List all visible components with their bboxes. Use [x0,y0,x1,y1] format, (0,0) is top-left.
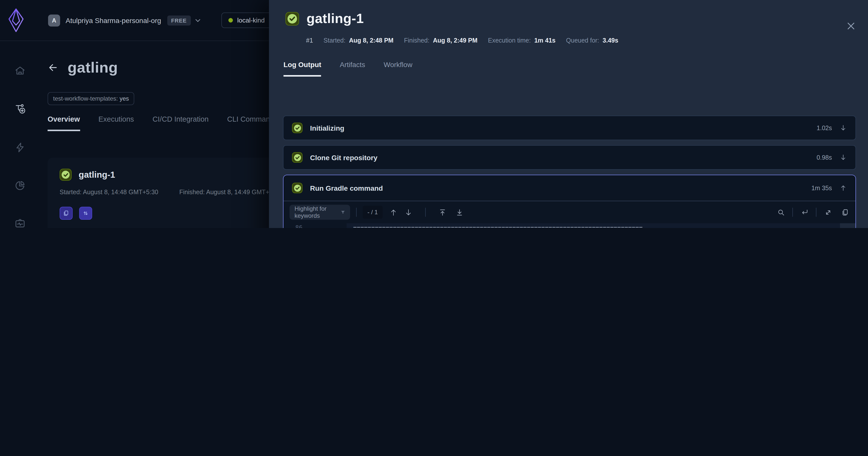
org-avatar[interactable]: A [48,14,60,26]
status-success-icon [292,152,303,163]
status-success-icon [60,169,72,181]
match-counter: - / 1 [363,206,383,219]
meta-value: Aug 8, 2:48 PM [349,37,394,44]
keyword-filter-input[interactable]: Highlight for keywords [289,205,350,220]
tab-executions[interactable]: Executions [98,115,134,131]
log-lines-code: ========================================… [347,223,840,228]
env-status-dot [228,18,232,23]
status-success-icon [292,183,303,193]
meta-label: Finished: [404,37,429,44]
step-header[interactable]: Run Gradle command 1m 35s [283,175,856,201]
expand-down-icon[interactable] [839,154,847,161]
step-duration: 0.98s [817,154,832,161]
sidebar-nav [0,41,40,228]
back-arrow-icon[interactable] [48,62,59,73]
run-started: Started: August 8, 14:48 GMT+5:30 [60,189,158,196]
word-wrap-icon[interactable] [800,208,809,217]
workflows-add-icon[interactable] [14,103,26,115]
app-logo-icon[interactable] [8,8,24,33]
log-lines-gutter: 8687888990919293949596979899100101102103… [283,223,347,228]
step-label: Clone Git repository [310,154,377,161]
scroll-to-bottom-icon[interactable] [455,208,464,217]
step-run-gradle-command: Run Gradle command 1m 35s Highlight for … [283,175,856,228]
next-match-icon[interactable] [404,208,413,217]
workflow-tabs: Overview Executions CI/CD Integration CL… [48,115,277,131]
status-success-icon [292,123,303,133]
log-output[interactable]: 8687888990919293949596979899100101102103… [283,223,856,228]
meta-value: Aug 8, 2:49 PM [433,37,477,44]
org-name[interactable]: Atulpriya Sharma-personal-org [66,16,161,24]
meta-value: 1m 41s [534,37,555,44]
meta-label: Queued for: [566,37,599,44]
step-duration: 1m 35s [811,185,832,192]
status-success-icon [285,12,299,26]
step-label: Run Gradle command [310,184,383,192]
meta-label: Started: [323,37,346,44]
plan-badge: FREE [167,15,191,25]
log-toolbar: Highlight for keywords - / 1 [283,201,856,223]
meta-label: Execution time: [488,37,531,44]
collapse-up-icon[interactable] [839,184,847,192]
home-icon[interactable] [14,65,26,77]
funnel-icon [340,209,345,215]
search-icon[interactable] [777,208,785,217]
run-number: #1 [306,37,313,44]
close-icon[interactable] [846,21,856,31]
execution-detail-panel: gatling-1 #1 Started: Aug 8, 2:48 PM Fin… [269,0,868,228]
tab-artifacts[interactable]: Artifacts [340,61,365,76]
detail-tabs: Log Output Artifacts Workflow [283,61,868,76]
execution-meta: #1 Started: Aug 8, 2:48 PM Finished: Aug… [306,37,868,44]
run-title[interactable]: gatling-1 [79,169,115,180]
copy-manifest-button[interactable] [60,207,73,220]
step-initializing[interactable]: Initializing 1.02s [283,116,856,140]
scroll-to-top-icon[interactable] [438,208,447,217]
step-duration: 1.02s [817,124,832,131]
tab-workflow[interactable]: Workflow [384,61,412,76]
meta-value: 3.49s [602,37,618,44]
steps-list: Initializing 1.02s Clone Git repository … [283,116,856,228]
rerun-swap-button[interactable] [79,207,92,220]
chevron-down-icon[interactable] [195,19,200,22]
tab-log-output[interactable]: Log Output [283,61,321,76]
pie-chart-icon[interactable] [14,180,26,192]
tab-overview[interactable]: Overview [48,115,80,131]
run-finished: Finished: August 8, 14:49 GMT+5:30 [179,189,281,196]
execution-title: gatling-1 [307,11,364,27]
page-title: gatling [68,59,118,76]
step-label: Initializing [310,124,344,132]
fullscreen-expand-icon[interactable] [824,208,832,217]
step-clone-git-repository[interactable]: Clone Git repository 0.98s [283,145,856,170]
env-name: local-kind [237,17,265,24]
log-line-number: 86 [283,224,303,228]
expand-down-icon[interactable] [839,124,847,132]
workflow-tag: test-workflow-templates: yes [48,92,134,105]
log-scrollbar-track[interactable] [840,223,856,228]
lightning-icon[interactable] [14,141,26,153]
prev-match-icon[interactable] [389,208,398,217]
app-root: A Atulpriya Sharma-personal-org FREE loc… [0,0,868,228]
tab-cicd-integration[interactable]: CI/CD Integration [153,115,209,131]
badge-activity-icon[interactable] [14,218,26,228]
copy-log-icon[interactable] [841,208,849,217]
log-line-text: ========================================… [353,224,840,228]
